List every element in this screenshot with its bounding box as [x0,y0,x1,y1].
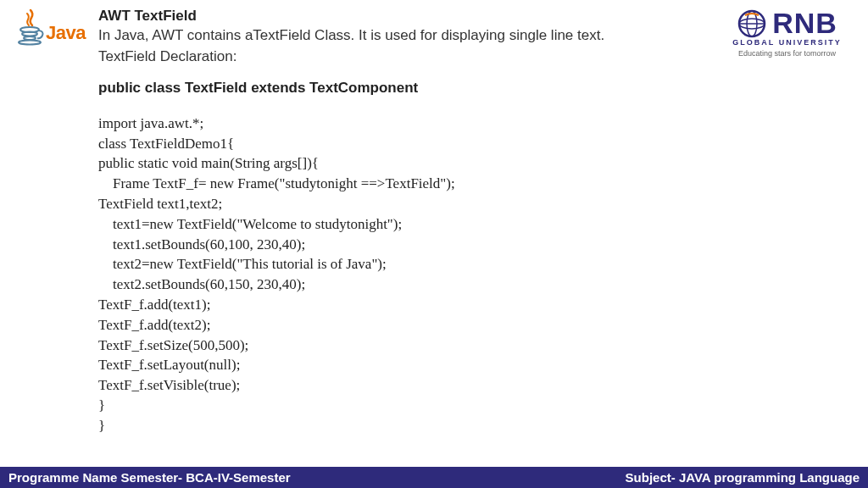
svg-point-2 [24,36,36,40]
rnb-globe-icon [737,8,767,39]
header: Java AWT TextField In Java, AWT contains… [0,0,868,436]
rnb-subtitle-1: GLOBAL UNIVERSITY [721,38,853,47]
rnb-logo-text: RNB [772,7,837,40]
java-logo-text: Java [46,22,86,44]
rnb-logo: RNB GLOBAL UNIVERSITY Educating stars fo… [721,7,853,58]
rnb-subtitle-2: Educating stars for tomorrow [721,49,853,58]
rnb-logo-main: RNB [721,7,853,40]
footer-right: Subject- JAVA programming Language [626,470,860,485]
main-content: AWT TextField In Java, AWT contains aTex… [95,7,858,436]
java-cup-icon [17,8,46,49]
class-declaration: public class TextField extends TextCompo… [98,79,851,98]
svg-point-3 [19,41,41,45]
footer-left: Programme Name Semester- BCA-IV-Semester [8,470,291,485]
svg-point-1 [22,32,37,36]
java-logo: Java [10,7,95,58]
footer-bar: Programme Name Semester- BCA-IV-Semester… [0,467,868,488]
code-block: import java.awt.*; class TextFieldDemo1{… [98,114,851,436]
